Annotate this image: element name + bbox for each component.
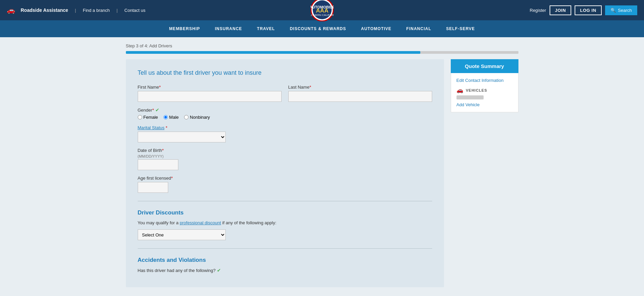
gender-label: Gender* ✔ xyxy=(138,107,432,113)
edit-contact-link[interactable]: Edit Contact Information xyxy=(457,78,513,83)
step-label: Step 3 of 4: Add Drivers xyxy=(126,43,172,48)
progress-bar-container xyxy=(126,51,518,54)
divider1: | xyxy=(75,8,76,13)
driver-discounts-section: Driver Discounts You may qualify for a p… xyxy=(138,209,432,240)
svg-text:AAA: AAA xyxy=(316,7,328,14)
aaa-logo: AUTOMOBILE AAA SOUTHERN CALIFORNIA xyxy=(311,0,334,21)
dob-required: * xyxy=(162,148,164,153)
accidents-desc: Has this driver had any of the following… xyxy=(138,268,432,273)
gender-female-label[interactable]: Female xyxy=(138,115,158,120)
discounts-desc-text: You may qualify for a xyxy=(138,220,179,225)
car-icon: 🚗 xyxy=(7,6,15,14)
last-name-group: Last Name* xyxy=(288,85,432,102)
accidents-check-icon: ✔ xyxy=(217,268,221,273)
divider-discounts xyxy=(138,201,432,201)
gender-nonbinary-radio[interactable] xyxy=(184,115,188,119)
dob-input[interactable] xyxy=(138,159,178,170)
top-bar: 🚗 Roadside Assistance | Find a branch | … xyxy=(0,0,644,20)
discounts-desc2: if any of the following apply: xyxy=(222,220,276,225)
first-name-input[interactable] xyxy=(138,91,282,102)
first-name-label: First Name* xyxy=(138,85,282,90)
age-required: * xyxy=(171,176,173,181)
gender-male-radio[interactable] xyxy=(163,115,168,119)
dob-hint: (MM/DD/YYYY) xyxy=(138,154,432,158)
age-licensed-group: Age first licensed* xyxy=(138,176,432,193)
driver-discounts-desc: You may qualify for a professional disco… xyxy=(138,220,432,225)
progress-bar-fill xyxy=(126,51,420,54)
form-title: Tell us about the first driver you want … xyxy=(138,69,432,76)
divider-accidents xyxy=(138,248,432,249)
logo-center: AUTOMOBILE AAA SOUTHERN CALIFORNIA xyxy=(311,0,334,22)
quote-summary-body: Edit Contact Information 🚗 VEHICLES Add … xyxy=(451,73,518,112)
top-bar-right: Register JOIN LOG IN 🔍 Search xyxy=(530,5,637,15)
quote-summary-header: Quote Summary xyxy=(451,59,518,73)
divider2: | xyxy=(116,8,117,13)
dob-label: Date of Birth* xyxy=(138,148,432,153)
login-button[interactable]: LOG IN xyxy=(575,5,602,15)
last-name-required: * xyxy=(309,85,311,90)
accidents-title: Accidents and Violations xyxy=(138,257,432,264)
nav-insurance[interactable]: INSURANCE xyxy=(207,20,249,37)
marital-status-link[interactable]: Marital Status xyxy=(138,125,164,130)
gender-male-label[interactable]: Male xyxy=(163,115,179,120)
form-layout: Tell us about the first driver you want … xyxy=(126,59,518,287)
accidents-desc-text: Has this driver had any of the following… xyxy=(138,268,216,273)
form-panel: Tell us about the first driver you want … xyxy=(126,59,444,287)
nav-discounts[interactable]: DISCOUNTS & REWARDS xyxy=(282,20,353,37)
gender-row: Gender* ✔ Female Male Nonbinary xyxy=(138,107,432,120)
last-name-input[interactable] xyxy=(288,91,432,102)
dob-group: Date of Birth* (MM/DD/YYYY) xyxy=(138,148,432,170)
nav-financial[interactable]: FINANCIAL xyxy=(399,20,439,37)
search-label: Search xyxy=(618,8,632,13)
name-row: First Name* Last Name* xyxy=(138,85,432,102)
contact-us-link[interactable]: Contact us xyxy=(125,8,146,13)
first-name-group: First Name* xyxy=(138,85,282,102)
nav-bar: MEMBERSHIP INSURANCE TRAVEL DISCOUNTS & … xyxy=(0,20,644,37)
find-branch-link[interactable]: Find a branch xyxy=(83,8,110,13)
gender-female-radio[interactable] xyxy=(138,115,142,119)
top-bar-left: 🚗 Roadside Assistance | Find a branch | … xyxy=(7,6,146,14)
first-name-required: * xyxy=(159,85,161,90)
quote-summary: Quote Summary Edit Contact Information 🚗… xyxy=(451,59,518,112)
register-link[interactable]: Register xyxy=(530,8,546,13)
last-name-label: Last Name* xyxy=(288,85,432,90)
nav-self-serve[interactable]: SELF-SERVE xyxy=(439,20,482,37)
age-licensed-label: Age first licensed* xyxy=(138,176,432,181)
search-button[interactable]: 🔍 Search xyxy=(605,5,637,15)
nav-membership[interactable]: MEMBERSHIP xyxy=(162,20,207,37)
driver-discounts-title: Driver Discounts xyxy=(138,209,432,216)
marital-required: * xyxy=(166,125,168,130)
gender-nonbinary-text: Nonbinary xyxy=(190,115,210,120)
join-button[interactable]: JOIN xyxy=(550,5,571,15)
step-header: Step 3 of 4: Add Drivers xyxy=(126,41,518,51)
vehicles-label: VEHICLES xyxy=(466,88,487,92)
vehicles-section: 🚗 VEHICLES xyxy=(457,87,513,93)
professional-discount-select[interactable]: Select One xyxy=(138,229,226,240)
gender-required: * xyxy=(152,108,154,113)
car-summary-icon: 🚗 xyxy=(457,87,463,93)
nav-travel[interactable]: TRAVEL xyxy=(249,20,282,37)
accidents-section: Accidents and Violations Has this driver… xyxy=(138,257,432,273)
marital-status-select[interactable]: Single Married Divorced Widowed xyxy=(138,132,226,142)
svg-text:SOUTHERN CALIFORNIA: SOUTHERN CALIFORNIA xyxy=(311,14,334,17)
search-icon: 🔍 xyxy=(610,8,616,13)
age-licensed-input[interactable] xyxy=(138,182,168,193)
gender-check-icon: ✔ xyxy=(155,107,159,113)
marital-status-group: Marital Status * Single Married Divorced… xyxy=(138,125,226,142)
roadside-label: Roadside Assistance xyxy=(21,7,68,13)
main-content: Step 3 of 4: Add Drivers Tell us about t… xyxy=(119,37,525,296)
gender-nonbinary-label[interactable]: Nonbinary xyxy=(184,115,210,120)
add-vehicle-link[interactable]: Add Vehicle xyxy=(457,102,513,107)
gender-male-text: Male xyxy=(169,115,179,120)
vehicle-placeholder xyxy=(457,95,484,99)
gender-radio-group: Female Male Nonbinary xyxy=(138,115,432,120)
professional-discount-link[interactable]: professional discount xyxy=(180,220,221,225)
nav-automotive[interactable]: AUTOMOTIVE xyxy=(354,20,399,37)
marital-status-label: Marital Status * xyxy=(138,125,226,130)
gender-female-text: Female xyxy=(143,115,158,120)
